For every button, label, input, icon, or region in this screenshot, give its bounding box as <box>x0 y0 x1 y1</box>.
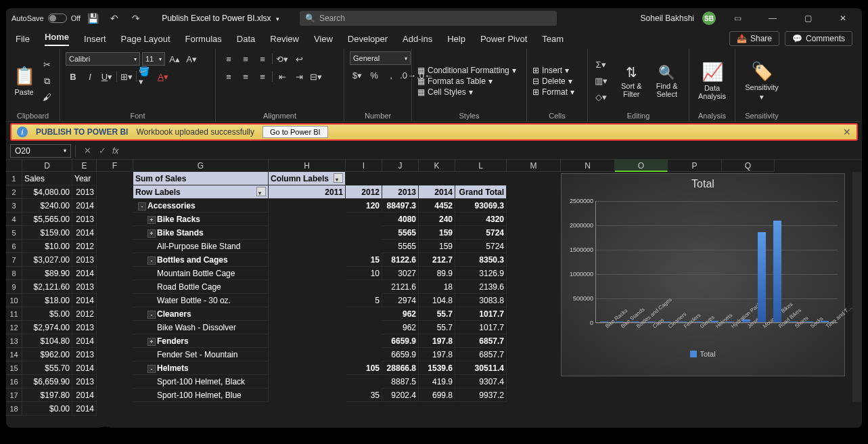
cell-E9[interactable]: 2013 <box>72 280 97 294</box>
delete-cells-button[interactable]: ⊟Delete▾ <box>532 76 574 86</box>
col-header-O[interactable]: O <box>615 160 668 172</box>
cell-D18[interactable]: $0.00 <box>22 402 72 416</box>
cell-H2[interactable]: 2011 <box>269 185 346 199</box>
chart[interactable]: Total 0500000100000015000002000000250000… <box>561 173 845 376</box>
search-box[interactable]: 🔍 Search <box>300 11 557 26</box>
cell-G4[interactable]: +Bike Racks <box>133 213 269 226</box>
undo-icon[interactable]: ↶ <box>105 9 124 28</box>
currency-icon[interactable]: $▾ <box>350 68 365 83</box>
cell-L9[interactable]: 2139.6 <box>455 280 507 294</box>
font-name-select[interactable]: Calibri▾ <box>66 52 140 66</box>
cell-G2[interactable]: Row Labels <box>133 185 269 199</box>
cell-G6[interactable]: All-Purpose Bike Stand <box>133 240 269 253</box>
format-as-table-button[interactable]: ▦Format as Table▾ <box>417 76 516 86</box>
cell-J9[interactable]: 2121.6 <box>382 280 419 294</box>
col-header-D[interactable]: D <box>22 160 72 172</box>
font-color-icon[interactable]: A▾ <box>156 69 170 84</box>
merge-center-icon[interactable]: ⊟▾ <box>309 69 323 84</box>
cell-E5[interactable]: 2014 <box>72 226 97 240</box>
number-format-select[interactable]: General▾ <box>350 51 411 65</box>
tab-home[interactable]: Home <box>45 32 69 46</box>
cell-J16[interactable]: 8887.5 <box>382 375 419 388</box>
cell-I2[interactable]: 2012 <box>346 185 382 199</box>
cell-G1[interactable]: Sum of Sales <box>133 172 269 185</box>
conditional-formatting-button[interactable]: ▦Conditional Formatting▾ <box>417 66 516 75</box>
cell-E11[interactable]: 2012 <box>72 307 97 321</box>
tab-help[interactable]: Help <box>447 34 465 44</box>
comments-button[interactable]: 💬 Comments <box>785 31 852 46</box>
cell-J4[interactable]: 4080 <box>382 213 419 226</box>
cell-E3[interactable]: 2014 <box>72 199 97 213</box>
align-bottom-icon[interactable]: ≡ <box>255 51 270 66</box>
cancel-formula-icon[interactable]: ✕ <box>80 143 95 158</box>
align-left-icon[interactable]: ≡ <box>221 69 236 84</box>
col-header-G[interactable]: G <box>133 160 269 172</box>
go-to-power-bi-button[interactable]: Go to Power BI <box>262 126 328 138</box>
cell-H1[interactable]: Column Labels <box>269 172 346 185</box>
underline-icon[interactable]: U▾ <box>99 69 114 84</box>
row-header-9[interactable]: 9 <box>6 280 22 294</box>
cell-D10[interactable]: $18.00 <box>22 294 72 307</box>
cell-E4[interactable]: 2013 <box>72 213 97 226</box>
cut-icon[interactable]: ✂ <box>39 58 54 72</box>
data-analysis-button[interactable]: 📈 Data Analysis <box>695 62 729 100</box>
cell-L8[interactable]: 3126.9 <box>455 267 507 280</box>
row-header-8[interactable]: 8 <box>6 267 22 280</box>
paste-button[interactable]: 📋 Paste <box>12 66 37 96</box>
cell-G14[interactable]: Fender Set - Mountain <box>133 348 269 361</box>
cell-D11[interactable]: $5.00 <box>22 307 72 321</box>
cell-E15[interactable]: 2014 <box>72 361 97 375</box>
redo-icon[interactable]: ↷ <box>127 9 145 28</box>
cell-L17[interactable]: 9937.2 <box>455 388 507 402</box>
row-header-5[interactable]: 5 <box>6 226 22 240</box>
share-button[interactable]: 📤 Share <box>729 31 779 46</box>
cell-D16[interactable]: $6,659.90 <box>22 375 72 388</box>
cell-K6[interactable]: 159 <box>419 240 455 253</box>
insert-cells-button[interactable]: ⊞Insert▾ <box>532 66 574 75</box>
cell-D1[interactable]: Sales <box>22 172 72 185</box>
sensitivity-button[interactable]: 🏷️ Sensitivity▾ <box>744 61 780 102</box>
col-header-K[interactable]: K <box>419 160 455 172</box>
cell-J2[interactable]: 2013 <box>382 185 419 199</box>
col-header-F[interactable]: F <box>97 160 133 172</box>
row-header-18[interactable]: 18 <box>6 402 22 416</box>
save-icon[interactable]: 💾 <box>83 9 102 28</box>
cell-J7[interactable]: 8122.6 <box>382 253 419 267</box>
cell-I3[interactable]: 120 <box>346 199 382 213</box>
align-middle-icon[interactable]: ≡ <box>238 51 253 66</box>
copy-icon[interactable]: ⧉ <box>39 74 54 89</box>
cell-E12[interactable]: 2013 <box>72 321 97 334</box>
cell-D4[interactable]: $5,565.00 <box>22 213 72 226</box>
cell-L14[interactable]: 6857.7 <box>455 348 507 361</box>
cell-D9[interactable]: $2,121.60 <box>22 280 72 294</box>
tab-page-layout[interactable]: Page Layout <box>121 34 170 44</box>
tab-data[interactable]: Data <box>237 34 255 44</box>
cell-E8[interactable]: 2014 <box>72 267 97 280</box>
cell-L7[interactable]: 8350.3 <box>455 253 507 267</box>
tab-file[interactable]: File <box>16 34 30 44</box>
name-box[interactable]: O20▾ <box>10 144 71 158</box>
cell-G17[interactable]: Sport-100 Helmet, Blue <box>133 388 269 402</box>
cell-G7[interactable]: -Bottles and Cages <box>133 253 269 267</box>
cell-G5[interactable]: +Bike Stands <box>133 226 269 240</box>
col-header-H[interactable]: H <box>269 160 346 172</box>
msgbar-close-icon[interactable]: ✕ <box>843 127 851 137</box>
cell-D8[interactable]: $89.90 <box>22 267 72 280</box>
cell-styles-button[interactable]: ▦Cell Styles▾ <box>417 87 516 97</box>
cell-K8[interactable]: 89.9 <box>419 267 455 280</box>
cell-K14[interactable]: 197.8 <box>419 348 455 361</box>
cell-E1[interactable]: Year <box>72 172 97 185</box>
filename-dropdown-icon[interactable]: ▾ <box>276 16 279 22</box>
decrease-indent-icon[interactable]: ⇤ <box>275 69 290 84</box>
col-header-E[interactable]: E <box>72 160 97 172</box>
autosave-toggle[interactable] <box>48 14 67 23</box>
formula-input[interactable] <box>121 144 862 158</box>
cell-E6[interactable]: 2012 <box>72 240 97 253</box>
cell-L10[interactable]: 3083.8 <box>455 294 507 307</box>
cell-E2[interactable]: 2013 <box>72 185 97 199</box>
cell-J17[interactable]: 9202.4 <box>382 388 419 402</box>
fill-color-icon[interactable]: 🪣▾ <box>139 69 154 84</box>
cell-D12[interactable]: $2,974.00 <box>22 321 72 334</box>
format-painter-icon[interactable]: 🖌 <box>39 90 54 105</box>
cell-G15[interactable]: -Helmets <box>133 361 269 375</box>
